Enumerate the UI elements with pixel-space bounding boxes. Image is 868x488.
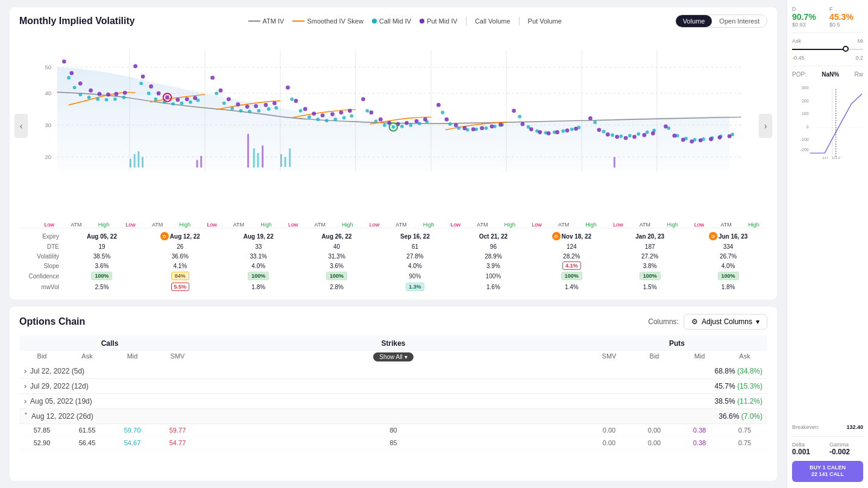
svg-point-131 — [538, 130, 542, 134]
chevron-right-icon: › — [24, 367, 27, 375]
svg-point-42 — [383, 124, 386, 127]
chain-data-row-85: 52.90 56.45 54.67 54.77 85 0.00 0.00 0.3… — [19, 437, 767, 449]
volume-toggle-group[interactable]: Volume Open Interest — [675, 14, 767, 28]
price-slider[interactable] — [792, 49, 863, 50]
strikes-header: Strikes — [200, 339, 587, 348]
expiry-row-jul29[interactable]: › Jul 29, 2022 (12d) 45.7% (15.3%) — [19, 379, 767, 394]
svg-point-21 — [180, 101, 184, 105]
svg-point-14 — [113, 98, 117, 101]
y-label-30: 30 — [45, 122, 51, 128]
chart-nav-right[interactable]: › — [759, 114, 772, 138]
svg-point-88 — [133, 64, 137, 68]
greeks-row: Delta 0.001 Gamma -0.002 — [792, 442, 863, 456]
svg-point-126 — [490, 124, 494, 128]
svg-point-89 — [141, 75, 145, 79]
legend-put-dot — [420, 19, 424, 23]
svg-point-70 — [646, 131, 649, 134]
svg-point-134 — [565, 128, 570, 133]
svg-point-107 — [312, 111, 316, 116]
svg-text:-200: -200 — [800, 148, 809, 152]
svg-point-140 — [624, 136, 628, 140]
svg-point-39 — [350, 114, 353, 118]
svg-point-142 — [642, 133, 646, 137]
puts-sub-headers: SMV Bid Mid Ask — [587, 352, 767, 361]
iv-chart-svg: 50 40 30 20 — [19, 33, 767, 183]
svg-point-41 — [374, 119, 378, 123]
label-expiry: Expiry — [19, 231, 63, 242]
svg-point-138 — [606, 133, 610, 137]
legend-atm-iv: ATM IV — [248, 17, 285, 25]
adjust-columns-button[interactable]: ⚙ Adjust Columns ▾ — [684, 314, 767, 330]
label-slope: Slope — [19, 261, 63, 271]
svg-point-32 — [290, 98, 294, 101]
expiry-row-jul22[interactable]: › Jul 22, 2022 (5d) 68.8% (34.8%) — [19, 364, 767, 379]
open-interest-toggle[interactable]: Open Interest — [712, 15, 767, 27]
svg-point-66 — [611, 133, 614, 137]
iv-data-table: Expiry DTE Volatility Slope Confidence m… — [19, 228, 767, 292]
svg-point-105 — [294, 99, 298, 103]
svg-point-129 — [521, 122, 525, 127]
y-label-50: 50 — [45, 64, 51, 70]
svg-rect-152 — [130, 159, 131, 167]
expiry-group-6: Low ATM High — [442, 222, 524, 228]
svg-point-64 — [593, 120, 597, 124]
chart-legend: ATM IV Smoothed IV Skew Call Mid IV Put … — [142, 17, 668, 25]
chain-data-row-80: 57.85 61.55 59.70 59.77 80 0.00 0.00 0.3… — [19, 424, 767, 437]
options-chain-section: Options Chain Columns: ⚙ Adjust Columns … — [10, 307, 777, 481]
svg-point-62 — [570, 128, 574, 131]
svg-point-33 — [299, 109, 303, 113]
svg-point-118 — [415, 119, 419, 124]
svg-rect-160 — [257, 153, 259, 167]
svg-point-90 — [149, 84, 153, 89]
chart-nav-left[interactable]: ‹ — [14, 114, 28, 138]
show-all-button[interactable]: Show All ▾ — [373, 352, 413, 361]
svg-point-28 — [248, 110, 251, 113]
expiry-row-aug05[interactable]: › Aug 05, 2022 (19d) 38.5% (11.2%) — [19, 394, 767, 409]
volume-toggle[interactable]: Volume — [676, 15, 712, 27]
col-oct21: Oct 21, 22 96 28.9% 3.9% 100% 1.6% — [454, 231, 532, 292]
svg-point-143 — [651, 131, 655, 136]
expiry-group-8: Low ATM High — [605, 222, 686, 228]
expiry-group-5: Low ATM High — [361, 222, 442, 228]
svg-point-110 — [339, 110, 344, 114]
divider-2 — [792, 66, 863, 66]
col-jan20: Jan 20, 23 187 27.2% 3.8% 100% 1.5% — [611, 231, 689, 292]
svg-point-117 — [404, 121, 409, 125]
svg-rect-161 — [262, 146, 263, 168]
svg-point-150 — [717, 136, 722, 140]
chart-header: Monthly Implied Volatility ATM IV Smooth… — [19, 14, 767, 28]
svg-point-9 — [73, 86, 77, 89]
svg-point-111 — [348, 108, 352, 113]
chart-container: ‹ 50 40 30 20 — [19, 33, 767, 219]
svg-point-29 — [257, 109, 261, 113]
chevron-right-icon: › — [24, 382, 27, 390]
label-dte: DTE — [19, 242, 63, 251]
delta-col: Delta 0.001 — [792, 442, 826, 456]
legend-smoothed-line — [292, 20, 304, 22]
svg-point-102 — [264, 103, 268, 107]
svg-point-97 — [219, 89, 223, 93]
svg-point-12 — [96, 98, 99, 101]
svg-point-139 — [615, 135, 619, 139]
svg-point-16 — [139, 82, 143, 86]
expiry-row-aug12[interactable]: ˅ Aug 12, 2022 (26d) 36.6% (7.0%) — [19, 409, 767, 424]
expiry-group-9: Low ATM High — [686, 222, 767, 228]
svg-point-114 — [379, 117, 383, 122]
svg-point-34 — [307, 116, 311, 119]
svg-point-145 — [672, 134, 676, 138]
svg-point-146 — [681, 138, 685, 142]
col-aug12: DAug 12, 22 26 36.6% 4.1% 84% 5.5% — [141, 231, 219, 292]
svg-point-13 — [105, 98, 108, 102]
svg-point-36 — [325, 119, 329, 122]
svg-point-137 — [597, 128, 601, 132]
svg-point-56 — [518, 115, 521, 119]
expiry-group-2: Low ATM High — [118, 222, 199, 228]
svg-point-109 — [330, 112, 335, 116]
svg-text:0: 0 — [807, 125, 809, 129]
strikes-row: Low ATM High Low ATM High Low ATM High — [19, 222, 767, 228]
legend-put-volume: Put Volume — [528, 17, 562, 25]
buy-button[interactable]: BUY 1 CALEN 22 141 CALL — [792, 461, 863, 482]
svg-point-100 — [245, 105, 250, 109]
label-confidence: Confidence — [19, 271, 63, 281]
legend-separator-2 — [519, 17, 520, 25]
